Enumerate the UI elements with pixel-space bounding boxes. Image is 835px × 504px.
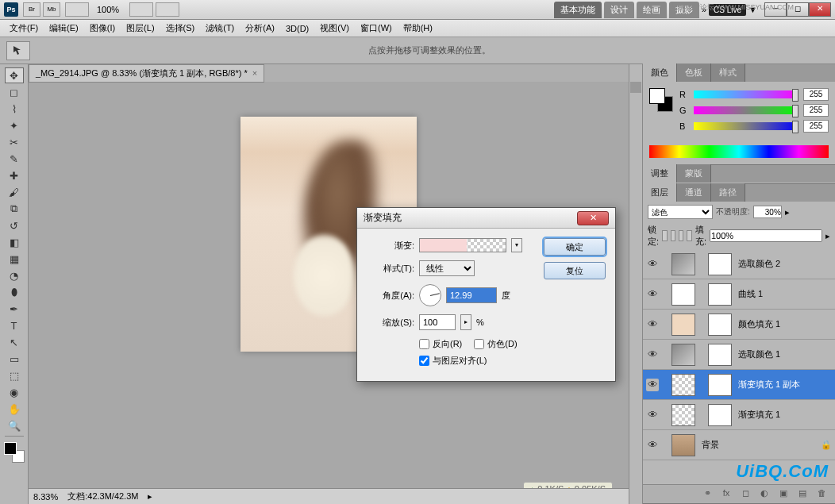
shape-tool[interactable]: ▭	[5, 351, 24, 367]
path-tool[interactable]: ↖	[5, 334, 24, 350]
layer-thumbnail[interactable]	[671, 253, 695, 275]
layer-thumbnail[interactable]	[671, 434, 695, 456]
menu-filter[interactable]: 滤镜(T)	[201, 20, 239, 37]
3d-camera-tool[interactable]: ◉	[5, 384, 24, 400]
menu-analysis[interactable]: 分析(A)	[240, 20, 279, 37]
layer-visibility-icon[interactable]: 👁	[646, 258, 659, 271]
angle-input[interactable]	[446, 287, 497, 303]
adjustment-layer-button[interactable]: ◐	[757, 488, 772, 501]
eyedropper-tool[interactable]: ✎	[5, 151, 24, 167]
scale-input[interactable]	[419, 314, 456, 330]
current-tool-indicator[interactable]	[6, 41, 30, 60]
layer-name[interactable]: 颜色填充 1	[735, 318, 832, 330]
align-checkbox-label[interactable]: 与图层对齐(L)	[419, 355, 487, 367]
layer-row[interactable]: 👁背景🔒	[643, 430, 835, 460]
reverse-checkbox-label[interactable]: 反向(R)	[419, 338, 462, 350]
layer-row[interactable]: 👁选取颜色 2	[643, 249, 835, 279]
tab-layers[interactable]: 图层	[643, 183, 677, 202]
layer-thumbnail[interactable]	[671, 404, 695, 426]
workspace-tab-painting[interactable]: 绘画	[637, 2, 667, 18]
bridge-button[interactable]: Br	[23, 2, 40, 17]
blur-tool[interactable]: ◔	[5, 267, 24, 283]
menu-layer[interactable]: 图层(L)	[121, 20, 159, 37]
tab-adjustments[interactable]: 调整	[643, 164, 677, 183]
3d-tool[interactable]: ⬚	[5, 367, 24, 383]
layer-name[interactable]: 渐变填充 1 副本	[735, 379, 832, 391]
layer-mask-button[interactable]: ◻	[738, 488, 752, 501]
layer-style-button[interactable]: fx	[719, 488, 733, 501]
layer-row[interactable]: 👁渐变填充 1	[643, 400, 835, 430]
layer-thumbnail[interactable]	[671, 344, 695, 366]
status-zoom[interactable]: 8.33%	[33, 492, 58, 502]
r-value[interactable]: 255	[803, 88, 829, 101]
b-value[interactable]: 255	[803, 120, 829, 133]
foreground-color-swatch[interactable]	[4, 442, 17, 455]
layer-name[interactable]: 选取颜色 2	[735, 258, 832, 270]
dialog-close-button[interactable]: ✕	[577, 211, 609, 225]
zoom-tool[interactable]: 🔍	[5, 417, 24, 433]
document-tab[interactable]: _MG_2914.JPG @ 8.33% (渐变填充 1 副本, RGB/8*)…	[29, 64, 264, 83]
menu-3d[interactable]: 3D(D)	[281, 21, 314, 36]
screen-mode-button[interactable]	[156, 2, 179, 17]
link-layers-button[interactable]: ⚭	[700, 488, 714, 501]
tab-paths[interactable]: 路径	[711, 183, 745, 202]
stamp-tool[interactable]: ⧉	[5, 201, 24, 217]
layer-row[interactable]: 👁颜色填充 1	[643, 310, 835, 340]
layer-name[interactable]: 渐变填充 1	[735, 409, 832, 421]
opacity-dropdown-icon[interactable]: ▸	[785, 207, 790, 217]
workspace-tab-essentials[interactable]: 基本功能	[554, 2, 602, 18]
layer-visibility-icon[interactable]: 👁	[646, 379, 659, 391]
dither-checkbox-label[interactable]: 仿色(D)	[474, 338, 517, 350]
scale-spinner[interactable]: ▸	[460, 314, 471, 330]
menu-window[interactable]: 窗口(W)	[356, 20, 397, 37]
color-spectrum[interactable]	[649, 145, 829, 158]
layer-visibility-icon[interactable]: 👁	[646, 439, 659, 452]
reset-button[interactable]: 复位	[544, 262, 606, 279]
menu-view[interactable]: 视图(V)	[315, 20, 354, 37]
r-slider[interactable]	[694, 90, 798, 98]
lasso-tool[interactable]: ⌇	[5, 101, 24, 117]
dialog-titlebar[interactable]: 渐变填充 ✕	[357, 208, 615, 229]
lock-transparency-button[interactable]	[662, 230, 667, 241]
collapsed-panel-icon[interactable]	[630, 82, 641, 93]
menu-edit[interactable]: 编辑(E)	[44, 20, 83, 37]
tab-channels[interactable]: 通道	[677, 183, 711, 202]
layer-visibility-icon[interactable]: 👁	[646, 318, 659, 331]
layer-name[interactable]: 曲线 1	[735, 288, 832, 300]
lock-all-button[interactable]	[687, 230, 691, 241]
b-slider[interactable]	[694, 122, 798, 130]
angle-dial[interactable]	[419, 284, 441, 306]
lock-pixels-button[interactable]	[671, 230, 675, 241]
dither-checkbox[interactable]	[474, 339, 484, 349]
eraser-tool[interactable]: ◧	[5, 234, 24, 250]
layer-mask-thumbnail[interactable]	[708, 283, 732, 306]
type-tool[interactable]: T	[5, 317, 24, 333]
marquee-tool[interactable]: ◻	[5, 84, 24, 100]
document-tab-close-icon[interactable]: ×	[252, 68, 257, 78]
align-checkbox[interactable]	[419, 356, 429, 366]
menu-help[interactable]: 帮助(H)	[398, 20, 437, 37]
color-panel-swatch[interactable]	[649, 88, 673, 112]
layer-group-button[interactable]: ▣	[776, 488, 791, 501]
workspace-tab-design[interactable]: 设计	[604, 2, 634, 18]
dodge-tool[interactable]: ⬮	[5, 284, 24, 300]
g-slider[interactable]	[694, 106, 798, 114]
layer-mask-thumbnail[interactable]	[708, 374, 732, 396]
gradient-preview[interactable]	[419, 238, 506, 252]
tab-color[interactable]: 颜色	[643, 63, 677, 82]
layer-mask-thumbnail[interactable]	[708, 404, 732, 426]
tab-masks[interactable]: 蒙版	[677, 164, 711, 183]
hand-tool[interactable]: ✋	[5, 401, 24, 417]
tab-styles[interactable]: 样式	[711, 63, 745, 82]
tab-swatches[interactable]: 色板	[677, 63, 711, 82]
layer-row[interactable]: 👁选取颜色 1	[643, 340, 835, 370]
gradient-tool[interactable]: ▦	[5, 251, 24, 267]
layer-visibility-icon[interactable]: 👁	[646, 348, 659, 361]
layer-thumbnail[interactable]	[671, 314, 695, 336]
fill-input[interactable]	[710, 229, 822, 242]
layer-name[interactable]: 背景	[698, 439, 818, 451]
minibridge-button[interactable]: Mb	[43, 2, 60, 17]
healing-tool[interactable]: ✚	[5, 167, 24, 183]
menu-image[interactable]: 图像(I)	[85, 20, 120, 37]
fill-dropdown-icon[interactable]: ▸	[825, 231, 830, 241]
